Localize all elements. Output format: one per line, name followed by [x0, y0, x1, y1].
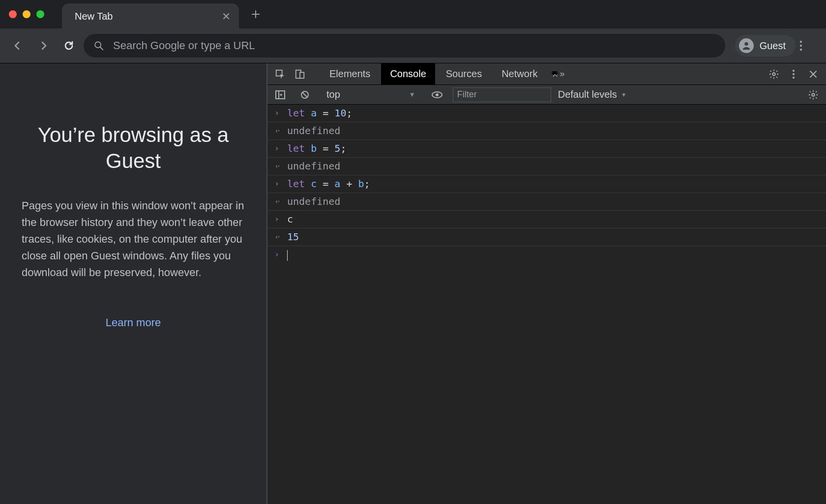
console-sidebar-toggle-icon[interactable]: [271, 86, 289, 104]
more-tabs-icon[interactable]: »: [549, 65, 566, 83]
tab-title: New Tab: [75, 11, 113, 22]
console-prompt-input[interactable]: [287, 248, 288, 261]
back-button[interactable]: [7, 35, 29, 56]
search-icon: [93, 40, 104, 51]
execution-context-selector[interactable]: top ▼: [321, 89, 421, 100]
window-controls: [9, 10, 44, 18]
console-code: undefined: [287, 160, 340, 172]
console-output-row: undefined: [267, 158, 826, 175]
minimize-window-button[interactable]: [23, 10, 30, 18]
console-output-row: undefined: [267, 122, 826, 140]
address-bar[interactable]: [84, 34, 725, 57]
console-code: 15: [287, 230, 299, 243]
devtools-tabstrip: Elements Console Sources Network »: [267, 63, 826, 85]
output-arrow-icon: [272, 195, 281, 208]
profile-button[interactable]: Guest: [735, 35, 796, 56]
levels-label: Default levels: [558, 89, 617, 100]
console-code: c: [287, 213, 293, 225]
live-expression-icon[interactable]: [428, 86, 446, 104]
svg-point-11: [793, 77, 795, 79]
page-body: Pages you view in this window won’t appe…: [22, 197, 245, 281]
console-input-row: let a = 10;: [267, 105, 826, 122]
console-input-row: let b = 5;: [267, 140, 826, 158]
inspect-element-icon[interactable]: [271, 65, 289, 83]
svg-point-8: [772, 73, 775, 76]
devtools-panel: Elements Console Sources Network »: [267, 63, 826, 504]
output-arrow-icon: [272, 230, 281, 243]
close-window-button[interactable]: [9, 10, 17, 18]
svg-point-9: [793, 70, 795, 72]
console-filter-input[interactable]: [453, 87, 551, 102]
prompt-arrow-icon: [272, 248, 281, 261]
browser-menu-button[interactable]: [799, 40, 819, 51]
omnibox-input[interactable]: [112, 39, 715, 53]
console-log-area[interactable]: let a = 10;undefinedlet b = 5;undefinedl…: [267, 105, 826, 504]
input-arrow-icon: [272, 142, 281, 155]
chevron-down-icon: ▼: [621, 91, 627, 98]
console-code: let b = 5;: [287, 142, 346, 155]
console-code: let c = a + b;: [287, 177, 370, 190]
svg-point-2: [800, 41, 802, 43]
console-input-row: let c = a + b;: [267, 175, 826, 193]
svg-point-1: [744, 42, 748, 46]
browser-toolbar: Guest: [0, 28, 826, 63]
guest-mode-page: You’re browsing as a Guest Pages you vie…: [0, 63, 267, 504]
console-settings-icon[interactable]: [804, 86, 822, 104]
new-tab-button[interactable]: [251, 9, 261, 19]
tab-network[interactable]: Network: [493, 63, 546, 84]
input-arrow-icon: [272, 177, 281, 190]
tab-elements[interactable]: Elements: [321, 63, 379, 84]
console-code: let a = 10;: [287, 107, 352, 119]
input-arrow-icon: [272, 213, 281, 225]
output-arrow-icon: [272, 160, 281, 172]
svg-point-16: [812, 93, 815, 96]
learn-more-link[interactable]: Learn more: [22, 316, 245, 329]
clear-console-icon[interactable]: [296, 86, 314, 104]
tab-console[interactable]: Console: [381, 63, 435, 84]
console-code: undefined: [287, 124, 340, 137]
console-output-row: 15: [267, 228, 826, 246]
forward-button[interactable]: [32, 35, 54, 56]
console-filterbar: top ▼ Default levels ▼: [267, 85, 826, 105]
avatar-icon: [739, 38, 754, 53]
page-title: You’re browsing as a Guest: [22, 122, 245, 174]
close-tab-button[interactable]: [222, 12, 230, 20]
devtools-settings-icon[interactable]: [765, 65, 783, 83]
console-code: undefined: [287, 195, 340, 208]
browser-tab[interactable]: New Tab: [62, 3, 239, 29]
reload-button[interactable]: [58, 35, 80, 56]
svg-point-4: [800, 49, 802, 51]
console-input-row: c: [267, 211, 826, 228]
device-toolbar-icon[interactable]: [291, 65, 309, 83]
tab-sources[interactable]: Sources: [437, 63, 491, 84]
zoom-window-button[interactable]: [36, 10, 44, 18]
content-area: You’re browsing as a Guest Pages you vie…: [0, 63, 826, 504]
svg-point-3: [800, 45, 802, 47]
profile-label: Guest: [760, 40, 786, 52]
svg-rect-7: [300, 72, 304, 78]
window-titlebar: New Tab: [0, 0, 826, 28]
context-label: top: [326, 89, 340, 100]
svg-point-15: [436, 93, 439, 96]
output-arrow-icon: [272, 124, 281, 137]
console-output-row: undefined: [267, 193, 826, 211]
devtools-menu-icon[interactable]: [785, 65, 802, 83]
log-levels-selector[interactable]: Default levels ▼: [558, 89, 627, 100]
svg-point-10: [793, 73, 795, 75]
input-arrow-icon: [272, 107, 281, 119]
console-prompt-row[interactable]: [267, 246, 826, 263]
devtools-close-icon[interactable]: [804, 65, 822, 83]
chevron-down-icon: ▼: [409, 91, 415, 98]
